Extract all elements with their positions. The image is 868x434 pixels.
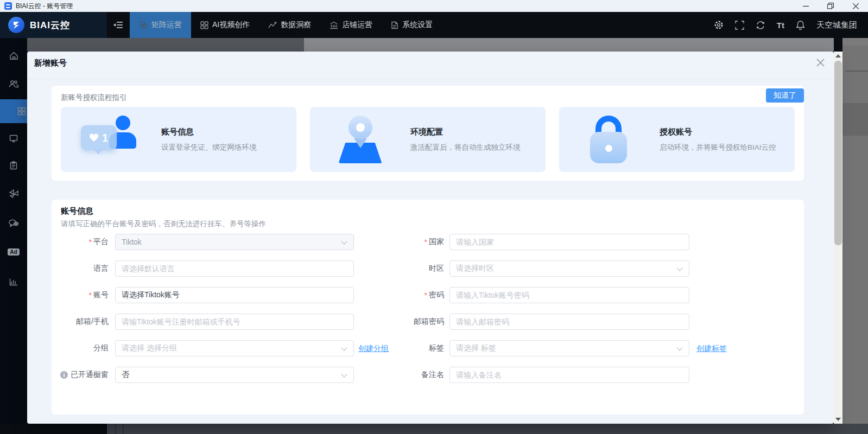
nav-tab-matrix[interactable]: 矩阵运营 xyxy=(130,12,191,38)
restore-icon xyxy=(827,3,834,9)
sidebar-item-ads[interactable]: Ad xyxy=(0,240,27,264)
dimmed-page-background xyxy=(107,424,868,434)
sidebar-item-home[interactable] xyxy=(0,44,27,68)
tags-select[interactable]: 请选择 标签 xyxy=(449,340,689,356)
minimize-icon xyxy=(803,3,809,9)
dialog-title: 新增账号 xyxy=(34,58,67,68)
form-row: * 账号 * 密码 xyxy=(61,287,795,303)
sidebar-item-device[interactable] xyxy=(0,126,27,150)
account-input[interactable] xyxy=(115,287,354,303)
restore-button[interactable] xyxy=(818,0,843,12)
fullscreen-icon xyxy=(735,21,744,30)
app-logo-icon xyxy=(4,2,12,10)
sidebar-item-tasks[interactable] xyxy=(0,154,27,177)
language-input[interactable] xyxy=(115,260,354,277)
sidebar-item-messages[interactable] xyxy=(0,211,27,235)
remark-input[interactable] xyxy=(449,367,689,383)
dialog-close-button[interactable] xyxy=(815,57,826,68)
account-info-card: 账号信息 请填写正确的平台账号及密码，否则无法进行挂车、养号等操作 * 平台 T… xyxy=(52,200,804,414)
required-mark: * xyxy=(89,238,92,246)
guide-step-account-info: 1 账号信息 设置登录凭证、绑定网络环境 xyxy=(61,107,296,172)
group-label: 分组 xyxy=(61,343,109,353)
scrollbar-thumb[interactable] xyxy=(834,61,842,245)
sidebar-item-analytics[interactable] xyxy=(0,270,27,293)
shop-icon xyxy=(330,21,338,29)
shop-window-select[interactable]: 否 xyxy=(115,367,354,383)
header-actions: Tt 天空城集团 xyxy=(714,12,868,38)
dimmed-page-background xyxy=(0,424,107,434)
required-mark: * xyxy=(89,291,92,299)
add-account-dialog: 新增账号 新账号授权流程指引 知道了 1 xyxy=(27,52,834,424)
timezone-label: 时区 xyxy=(389,264,444,273)
matrix-active-icon xyxy=(17,107,26,116)
form-row: 分组 请选择 选择分组 创建分组 标签 请选择 标签 创建标签 xyxy=(61,340,795,356)
bell-icon xyxy=(796,20,805,30)
close-icon xyxy=(816,59,825,67)
refresh-button[interactable] xyxy=(756,21,765,30)
heart-icon xyxy=(89,133,99,142)
lock-icon xyxy=(577,114,642,164)
ai-video-icon xyxy=(200,21,208,29)
nav-tab-system-settings[interactable]: 系统设置 xyxy=(382,12,442,38)
like-count-badge: 1 xyxy=(102,132,108,144)
shop-window-label: 已开通橱窗 xyxy=(49,370,109,380)
platform-select[interactable]: Tiktok xyxy=(115,234,354,250)
sidebar-item-accounts[interactable] xyxy=(0,72,27,95)
info-icon[interactable] xyxy=(60,371,68,379)
email-password-input[interactable] xyxy=(449,314,689,330)
create-tag-link[interactable]: 创建标签 xyxy=(696,344,727,353)
nav-tab-ai-video[interactable]: AI视频创作 xyxy=(191,12,259,38)
menu-fold-icon xyxy=(113,21,123,29)
password-input[interactable] xyxy=(449,287,689,303)
got-it-button[interactable]: 知道了 xyxy=(766,88,804,103)
step-desc: 启动环境，并将账号授权给BIAI云控 xyxy=(660,143,776,152)
email-phone-input[interactable] xyxy=(115,314,354,330)
chevron-down-icon xyxy=(341,344,347,350)
app-header: BIAI云控 矩阵运营 AI视频创作 数据洞察 店铺运营 系统设置 xyxy=(0,12,868,38)
dialog-divider xyxy=(27,79,834,79)
window-titlebar: BIAI云控 - 账号管理 xyxy=(0,0,868,12)
chevron-down-icon xyxy=(676,265,682,271)
required-mark: * xyxy=(425,238,427,246)
email-password-label: 邮箱密码 xyxy=(389,317,444,327)
form-heading: 账号信息 xyxy=(61,206,93,216)
scroll-down-icon[interactable] xyxy=(835,418,841,421)
dialog-scrollbar[interactable] xyxy=(834,52,842,424)
form-row: 邮箱/手机 邮箱密码 xyxy=(61,314,795,330)
sidebar-item-matrix-active[interactable] xyxy=(0,99,27,123)
step-desc: 激活配置后，将自动生成独立环境 xyxy=(410,143,521,152)
guide-step-authorize: 授权账号 启动环境，并将账号授权给BIAI云控 xyxy=(559,107,795,172)
organization-name[interactable]: 天空城集团 xyxy=(816,20,857,30)
menu-fold-button[interactable] xyxy=(107,12,130,38)
analytics-icon xyxy=(9,278,18,286)
settings-icon xyxy=(714,20,724,30)
guide-heading: 新账号授权流程指引 xyxy=(61,93,127,103)
chevron-down-icon xyxy=(676,344,682,350)
step-title: 环境配置 xyxy=(410,127,521,137)
nav-tab-data-insight[interactable]: 数据洞察 xyxy=(259,12,320,38)
close-window-icon xyxy=(853,3,859,9)
device-icon xyxy=(9,135,18,143)
minimize-button[interactable] xyxy=(793,0,818,12)
scroll-up-icon[interactable] xyxy=(835,54,841,58)
dimmed-page-background xyxy=(304,38,834,52)
notifications-button[interactable] xyxy=(796,20,805,30)
country-label: * 国家 xyxy=(389,237,444,247)
group-select[interactable]: 请选择 选择分组 xyxy=(115,340,354,356)
map-pin-icon xyxy=(328,114,393,164)
font-size-icon[interactable]: Tt xyxy=(777,21,784,30)
language-label: 语言 xyxy=(61,264,109,273)
create-group-link[interactable]: 创建分组 xyxy=(358,344,389,353)
messages-icon xyxy=(9,219,18,227)
nav-tab-shop[interactable]: 店铺运营 xyxy=(320,12,382,38)
remark-label: 备注名 xyxy=(389,370,444,380)
sidebar-item-publish[interactable] xyxy=(0,182,27,206)
country-input[interactable] xyxy=(449,234,689,250)
close-window-button[interactable] xyxy=(843,0,868,12)
publish-icon xyxy=(9,189,18,198)
step-desc: 设置登录凭证、绑定网络环境 xyxy=(161,143,257,152)
timezone-select[interactable]: 请选择时区 xyxy=(449,260,689,277)
settings-button[interactable] xyxy=(714,20,724,30)
fullscreen-button[interactable] xyxy=(735,21,744,30)
chevron-down-icon xyxy=(341,238,347,244)
